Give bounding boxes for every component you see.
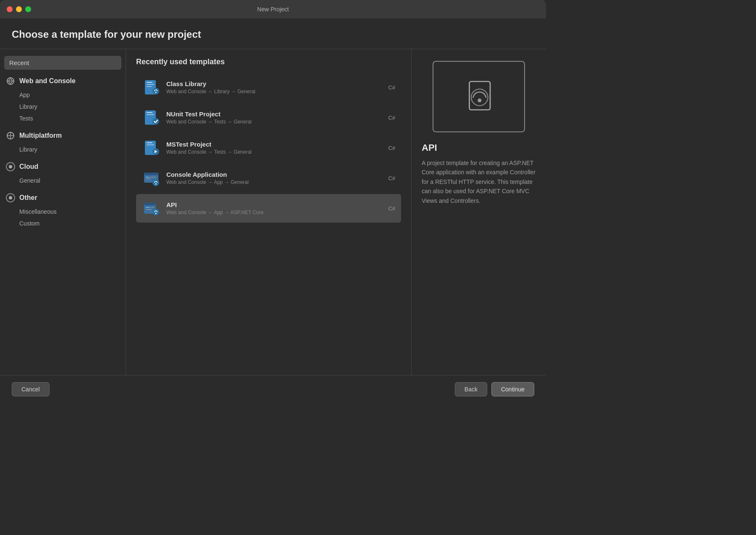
svg-point-31 bbox=[152, 209, 159, 215]
sidebar-section-header-cloud[interactable]: Cloud bbox=[0, 159, 126, 175]
mstest-lang: C# bbox=[388, 145, 395, 151]
sidebar-sub-item-app[interactable]: App bbox=[0, 89, 126, 101]
svg-rect-23 bbox=[146, 178, 151, 179]
svg-point-10 bbox=[155, 92, 157, 93]
sidebar-label-web-console: Web and Console bbox=[19, 77, 76, 85]
svg-rect-29 bbox=[151, 207, 154, 208]
svg-point-32 bbox=[155, 213, 157, 214]
svg-rect-16 bbox=[147, 142, 152, 143]
api-icon bbox=[142, 199, 160, 218]
sidebar-label-multiplatform: Multiplatform bbox=[19, 132, 62, 139]
sidebar-sub-item-cloud-general[interactable]: General bbox=[0, 175, 126, 186]
svg-rect-27 bbox=[144, 203, 156, 205]
nunit-lang: C# bbox=[388, 115, 395, 121]
console-path: Web and Console → App → General bbox=[166, 179, 382, 185]
mstest-name: MSTest Project bbox=[166, 141, 382, 148]
main-content: Recent Web and Console App Library Tests bbox=[0, 49, 546, 375]
mstest-path: Web and Console → Tests → General bbox=[166, 149, 382, 155]
nunit-icon bbox=[142, 108, 160, 127]
footer: Cancel Back Continue bbox=[0, 375, 546, 403]
other-icon bbox=[6, 193, 15, 202]
continue-button[interactable]: Continue bbox=[491, 382, 534, 396]
nunit-path: Web and Console → Tests → General bbox=[166, 119, 382, 125]
svg-rect-21 bbox=[146, 177, 149, 178]
svg-rect-13 bbox=[147, 114, 154, 115]
mstest-icon bbox=[142, 139, 160, 157]
class-library-name: Class Library bbox=[166, 80, 382, 87]
class-library-icon bbox=[142, 78, 160, 97]
nunit-info: NUnit Test Project Web and Console → Tes… bbox=[166, 110, 382, 125]
svg-rect-30 bbox=[146, 209, 152, 210]
sidebar-section-header-multiplatform[interactable]: Multiplatform bbox=[0, 128, 126, 144]
sidebar: Recent Web and Console App Library Tests bbox=[0, 49, 126, 375]
sidebar-sub-item-custom[interactable]: Custom bbox=[0, 218, 126, 229]
svg-point-14 bbox=[152, 118, 159, 125]
preview-description: A project template for creating an ASP.N… bbox=[422, 158, 536, 205]
footer-right: Back Continue bbox=[455, 382, 534, 396]
svg-rect-17 bbox=[147, 144, 154, 145]
svg-rect-12 bbox=[147, 112, 152, 113]
title-bar: New Project bbox=[0, 0, 546, 18]
sidebar-sub-item-miscellaneous[interactable]: Miscellaneous bbox=[0, 206, 126, 218]
sidebar-section-other: Other Miscellaneous Custom bbox=[0, 190, 126, 229]
template-item-api[interactable]: API Web and Console → App → ASP.NET Core… bbox=[136, 194, 401, 223]
cloud-icon bbox=[6, 162, 15, 171]
class-library-lang: C# bbox=[388, 84, 395, 91]
template-item-class-library[interactable]: Class Library Web and Console → Library … bbox=[136, 73, 401, 102]
back-button[interactable]: Back bbox=[455, 382, 487, 396]
sidebar-item-recent[interactable]: Recent bbox=[4, 56, 121, 70]
template-item-console[interactable]: Console Application Web and Console → Ap… bbox=[136, 164, 401, 192]
console-name: Console Application bbox=[166, 171, 382, 178]
class-library-path: Web and Console → Library → General bbox=[166, 89, 382, 94]
cancel-button[interactable]: Cancel bbox=[12, 382, 50, 396]
svg-point-25 bbox=[155, 184, 157, 185]
api-info: API Web and Console → App → ASP.NET Core bbox=[166, 201, 382, 215]
preview-icon-box bbox=[433, 61, 525, 132]
sidebar-label-cloud: Cloud bbox=[19, 163, 38, 170]
sidebar-sub-item-library[interactable]: Library bbox=[0, 101, 126, 113]
template-item-mstest[interactable]: MSTest Project Web and Console → Tests →… bbox=[136, 134, 401, 162]
nunit-name: NUnit Test Project bbox=[166, 110, 382, 118]
window-controls bbox=[7, 6, 31, 12]
window-title: New Project bbox=[257, 6, 289, 13]
sidebar-label-other: Other bbox=[19, 194, 37, 202]
sidebar-sub-item-tests[interactable]: Tests bbox=[0, 113, 126, 124]
svg-rect-6 bbox=[147, 82, 152, 83]
console-icon bbox=[142, 169, 160, 187]
sidebar-section-header-web-console[interactable]: Web and Console bbox=[0, 73, 126, 89]
api-path: Web and Console → App → ASP.NET Core bbox=[166, 210, 382, 215]
svg-rect-22 bbox=[150, 177, 156, 178]
sidebar-section-header-other[interactable]: Other bbox=[0, 190, 126, 206]
svg-point-24 bbox=[152, 179, 159, 186]
console-lang: C# bbox=[388, 175, 395, 181]
svg-rect-20 bbox=[144, 173, 158, 175]
svg-rect-28 bbox=[146, 207, 150, 208]
minimize-button[interactable] bbox=[16, 6, 22, 12]
console-info: Console Application Web and Console → Ap… bbox=[166, 171, 382, 185]
page-header: Choose a template for your new project bbox=[0, 18, 546, 49]
svg-point-9 bbox=[152, 88, 159, 94]
sidebar-section-web-console: Web and Console App Library Tests bbox=[0, 73, 126, 124]
maximize-button[interactable] bbox=[25, 6, 31, 12]
svg-rect-8 bbox=[147, 86, 152, 87]
sidebar-section-cloud: Cloud General bbox=[0, 159, 126, 186]
mstest-info: MSTest Project Web and Console → Tests →… bbox=[166, 141, 382, 155]
preview-icon-container bbox=[422, 61, 536, 132]
preview-title: API bbox=[422, 142, 536, 153]
close-button[interactable] bbox=[7, 6, 13, 12]
page-title: Choose a template for your new project bbox=[12, 29, 534, 40]
web-console-icon bbox=[6, 76, 15, 86]
multiplatform-icon bbox=[6, 131, 15, 140]
preview-panel: API A project template for creating an A… bbox=[412, 49, 546, 375]
api-name: API bbox=[166, 201, 382, 208]
template-item-nunit[interactable]: NUnit Test Project Web and Console → Tes… bbox=[136, 103, 401, 132]
sidebar-section-multiplatform: Multiplatform Library bbox=[0, 128, 126, 155]
svg-point-35 bbox=[478, 99, 481, 102]
api-lang: C# bbox=[388, 205, 395, 212]
class-library-info: Class Library Web and Console → Library … bbox=[166, 80, 382, 94]
sidebar-sub-item-multi-library[interactable]: Library bbox=[0, 144, 126, 155]
template-section-heading: Recently used templates bbox=[136, 58, 401, 66]
template-list: Recently used templates Class Library We… bbox=[126, 49, 412, 375]
svg-rect-7 bbox=[147, 84, 154, 85]
